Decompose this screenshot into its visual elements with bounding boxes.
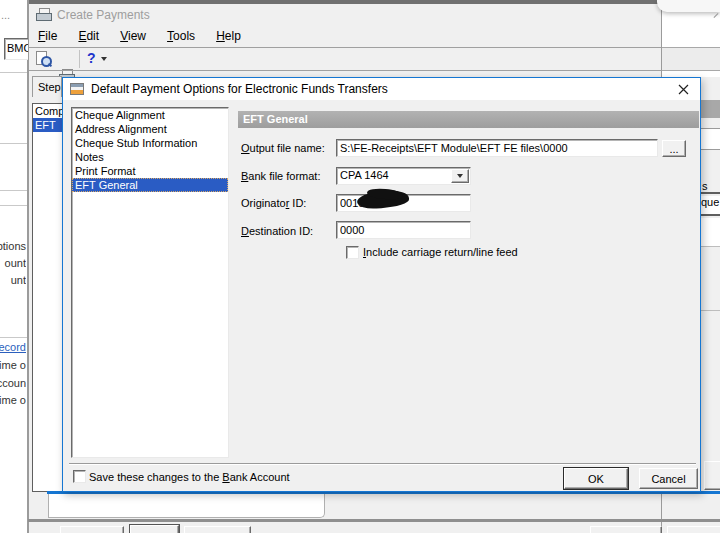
divider (0, 190, 27, 191)
divider (0, 337, 27, 338)
output-file-input[interactable] (336, 139, 658, 157)
menu-help[interactable]: Help (207, 26, 250, 47)
clipped-text: unt (0, 274, 26, 286)
print-preview-icon[interactable] (35, 51, 51, 67)
divider (69, 463, 696, 465)
bg-band (662, 48, 720, 70)
bank-format-combobox[interactable]: CPA 1464 (336, 167, 471, 185)
clipped-text: s (702, 180, 708, 192)
options-listbox: Cheque Alignment Address Alignment Chequ… (71, 107, 229, 458)
bank-format-value: CPA 1464 (340, 169, 389, 181)
caret-down-icon (457, 174, 463, 178)
toolbar-separator (79, 50, 80, 68)
window-titlebar[interactable]: Create Payments (29, 4, 661, 26)
section-header: EFT General (238, 111, 699, 128)
dialog-title: Default Payment Options for Electronic F… (91, 82, 388, 96)
browse-button[interactable]: ... (662, 140, 686, 157)
step-tab[interactable]: Step (32, 76, 62, 97)
menu-edit[interactable]: Edit (69, 26, 108, 47)
status-divider (28, 519, 720, 522)
dialog-titlebar[interactable]: Default Payment Options for Electronic F… (63, 78, 700, 100)
clipped-text: ime o (0, 359, 26, 371)
printer-body (36, 13, 52, 21)
screen: ... BMO ptions ount unt ecord ime o ccou… (0, 0, 720, 533)
divider (0, 143, 27, 144)
bg-white-row (701, 128, 720, 150)
clipped-link[interactable]: ecord (0, 341, 26, 353)
clipped-text: ount (0, 257, 26, 269)
bg-gray-bar (701, 100, 720, 118)
toolbar: ? (29, 48, 661, 70)
menu-file[interactable]: File (29, 26, 66, 47)
list-item[interactable]: Comp (33, 104, 64, 118)
menu-bar: File Edit View Tools Help (29, 26, 661, 47)
crlf-checkbox[interactable] (346, 246, 359, 259)
divider (0, 72, 27, 73)
divider (701, 192, 720, 194)
ok-button[interactable]: OK (564, 468, 628, 489)
listbox-item[interactable]: Notes (72, 150, 228, 164)
divider (0, 205, 27, 206)
listbox-item-selected[interactable]: EFT General (72, 178, 228, 192)
combobox-dropdown-button[interactable] (451, 169, 469, 183)
divider (29, 70, 661, 71)
left-dots-text: ... (1, 9, 10, 21)
clipped-button-label: que (701, 196, 719, 208)
eft-options-dialog: Default Payment Options for Electronic F… (62, 77, 701, 492)
clipped-button[interactable] (667, 526, 720, 533)
list-item-selected[interactable]: EFT (33, 118, 64, 132)
cancel-button[interactable]: Cancel (639, 468, 698, 489)
background-left-window: ... BMO ptions ount unt ecord ime o ccou… (0, 0, 28, 533)
clipped-button[interactable] (60, 526, 124, 533)
destination-id-input[interactable] (336, 221, 471, 239)
menu-tools[interactable]: Tools (158, 26, 204, 47)
clipped-button[interactable] (184, 526, 251, 533)
floating-card (657, 0, 720, 12)
close-icon[interactable] (673, 81, 693, 98)
divider (701, 310, 720, 311)
destination-id-label: Destination ID: (241, 225, 313, 237)
listbox-item[interactable]: Print Format (72, 164, 228, 178)
divider (701, 214, 720, 216)
bg-white-row (701, 218, 720, 247)
clipped-button[interactable] (590, 526, 662, 533)
printer-icon (36, 8, 52, 21)
background-right-strip: s que (701, 77, 720, 520)
crlf-checkbox-label: Include carriage return/line feed (363, 246, 518, 258)
clipped-text: ptions (0, 240, 26, 252)
listbox-item[interactable]: Cheque Stub Information (72, 136, 228, 150)
originator-id-label: Originator ID: (241, 197, 306, 209)
help-icon[interactable]: ? (87, 50, 96, 66)
save-to-bank-label: Save these changes to the Bank Account (89, 471, 290, 483)
chevron-down-icon[interactable] (101, 57, 107, 61)
listbox-item[interactable]: Address Alignment (72, 122, 228, 136)
background-panel-corner (48, 494, 325, 518)
clipped-text: ccoun (0, 377, 26, 389)
form-icon (70, 83, 84, 95)
bank-format-label: Bank file format: (241, 170, 320, 182)
save-to-bank-checkbox[interactable] (73, 470, 86, 483)
steps-list: Comp EFT (32, 103, 65, 492)
clipped-text: ime o (0, 394, 26, 406)
clipped-button[interactable]: que (701, 196, 720, 214)
output-file-label: Output file name: (241, 142, 325, 154)
record-link[interactable]: ecord (0, 341, 26, 353)
clipped-button[interactable] (130, 525, 179, 533)
listbox-item[interactable]: Cheque Alignment (72, 108, 228, 122)
clipped-button[interactable] (704, 461, 720, 490)
window-title: Create Payments (57, 8, 150, 22)
step-tab-label: Step (38, 81, 61, 93)
menu-view[interactable]: View (111, 26, 155, 47)
